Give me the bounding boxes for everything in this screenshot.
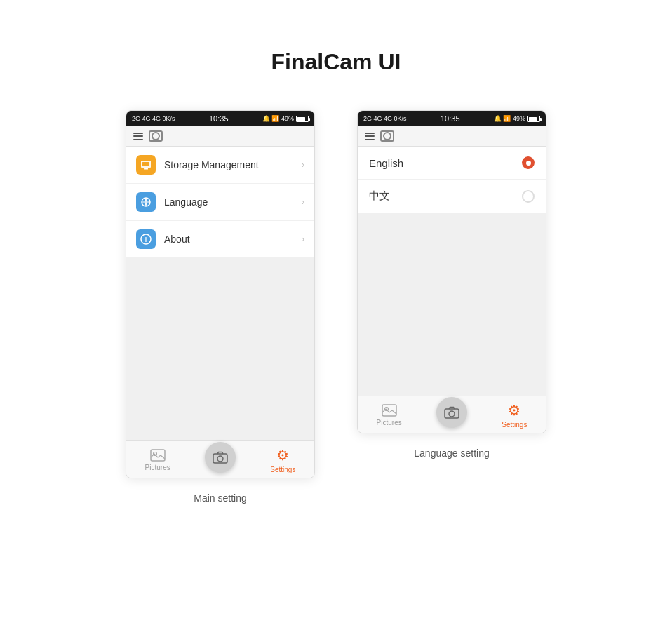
tab-settings-1[interactable]: ⚙ Settings [252,447,314,473]
battery-pct-1: 🔔 📶 49% [262,115,294,122]
status-bar-1: 2G 4G 4G 0K/s 10:35 🔔 📶 49% [126,111,314,126]
storage-icon-box [136,155,156,175]
phone2-caption: Language setting [414,448,489,459]
battery-icon-2 [527,116,540,122]
phone2-wrapper: 2G 4G 4G 0K/s 10:35 🔔 📶 49% [357,110,546,459]
phone1-caption: Main setting [194,492,246,504]
lang-item-chinese[interactable]: 中文 [358,180,546,213]
storage-icon [140,159,152,170]
phone2: 2G 4G 4G 0K/s 10:35 🔔 📶 49% [357,110,546,433]
camera-icon-1 [149,130,163,142]
settings-tab-label-1: Settings [270,466,295,473]
battery-fill-1 [297,117,305,121]
phone1-topbar [126,126,314,147]
menu-item-storage[interactable]: Storage Management › [126,147,314,184]
status-time-1: 10:35 [209,114,229,123]
about-icon-box: i [136,229,156,249]
english-label: English [369,157,403,169]
svg-text:i: i [145,236,147,243]
pictures-tab-label-2: Pictures [377,419,402,426]
menu-item-language[interactable]: Language › [126,184,314,221]
camera-icon-2 [380,130,394,142]
about-icon: i [140,234,152,245]
settings-tab-label-2: Settings [502,421,527,429]
camera-tab-icon-2 [444,406,459,419]
svg-rect-2 [144,168,148,170]
language-icon [140,196,152,208]
battery-fill-2 [529,117,537,121]
storage-label: Storage Management [164,159,302,170]
page-title: FinalCam UI [271,49,401,75]
tab-pictures-1[interactable]: Pictures [126,449,189,471]
menu-item-about[interactable]: i About › [126,221,314,258]
signal-text-1: 2G 4G 4G 0K/s [132,115,175,122]
radio-chinese[interactable] [522,190,535,203]
language-list: English 中文 [358,147,546,213]
hamburger-icon-1[interactable] [133,133,143,140]
tab-camera-2[interactable] [420,403,483,428]
radio-english[interactable] [522,156,535,169]
status-left-1: 2G 4G 4G 0K/s [132,115,175,122]
tab-camera-1[interactable] [189,448,251,473]
svg-point-10 [217,456,223,462]
chinese-label: 中文 [369,189,390,203]
settings-tab-icon-1: ⚙ [276,447,289,464]
chevron-language: › [302,197,304,207]
status-bar-2: 2G 4G 4G 0K/s 10:35 🔔 📶 49% [358,111,546,126]
battery-pct-2: 🔔 📶 49% [494,115,525,122]
chevron-about: › [302,234,304,244]
pictures-tab-label-1: Pictures [145,464,170,471]
about-label: About [164,234,302,245]
svg-point-14 [449,411,455,417]
battery-icon-1 [296,116,309,122]
phone1-content-area [126,258,314,440]
camera-tab-btn-2[interactable] [436,397,467,428]
phone1-menu-list: Storage Management › Language › [126,147,314,258]
lang-item-english[interactable]: English [358,147,546,180]
phone1-wrapper: 2G 4G 4G 0K/s 10:35 🔔 📶 49% [126,110,315,504]
status-right-1: 🔔 📶 49% [262,115,309,122]
status-right-2: 🔔 📶 49% [494,115,540,122]
tab-settings-2[interactable]: ⚙ Settings [483,402,546,429]
language-label: Language [164,196,302,208]
camera-tab-btn-1[interactable] [205,442,236,473]
phone1-tabbar: Pictures ⚙ Settings [126,440,314,478]
tab-pictures-2[interactable]: Pictures [358,404,420,426]
pictures-tab-icon-1 [150,449,166,462]
pictures-tab-icon-2 [382,404,397,417]
language-icon-box [136,192,156,212]
svg-rect-1 [142,162,149,166]
phone1: 2G 4G 4G 0K/s 10:35 🔔 📶 49% [126,110,315,478]
phone2-topbar [358,126,546,147]
hamburger-icon-2[interactable] [365,133,375,140]
settings-tab-icon-2: ⚙ [508,402,520,419]
signal-text-2: 2G 4G 4G 0K/s [363,115,407,122]
chevron-storage: › [302,160,304,170]
camera-tab-icon-1 [213,451,228,464]
status-time-2: 10:35 [441,114,460,123]
phone2-tabbar: Pictures ⚙ Settings [358,396,546,433]
status-left-2: 2G 4G 4G 0K/s [363,115,407,122]
phone2-content-area [358,213,546,396]
phones-row: 2G 4G 4G 0K/s 10:35 🔔 📶 49% [126,110,546,504]
